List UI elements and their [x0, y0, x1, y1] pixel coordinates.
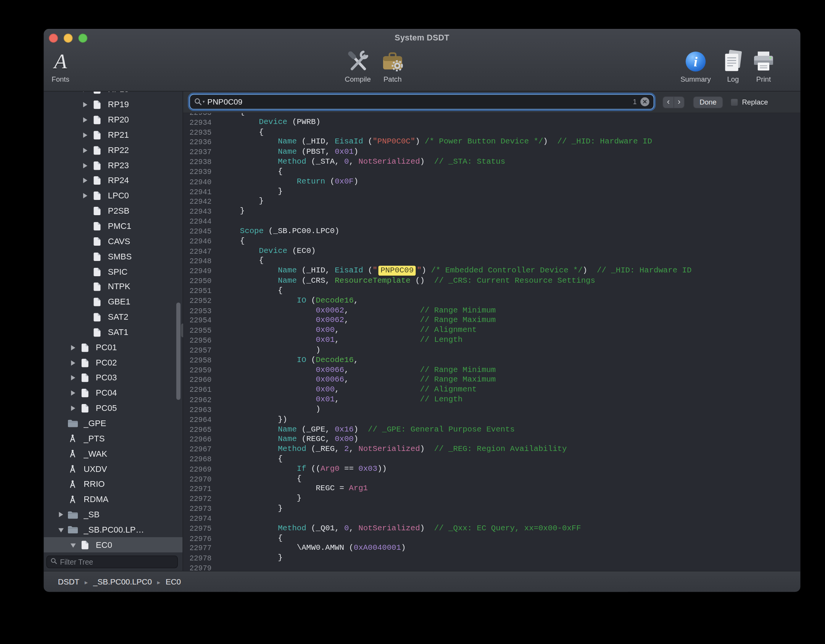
- filter-field[interactable]: [46, 555, 178, 568]
- window-title: System DSDT: [44, 33, 800, 43]
- disclosure-triangle-icon[interactable]: [68, 375, 78, 381]
- line-number: 22951: [183, 286, 211, 296]
- sidebar-item-rp21[interactable]: RP21: [44, 127, 182, 143]
- line-number: 22975: [183, 524, 211, 534]
- method-icon: [66, 449, 79, 458]
- code-text: {: [221, 128, 264, 138]
- breadcrumb-item[interactable]: _SB.PC00.LPC0: [93, 577, 152, 586]
- replace-checkbox[interactable]: [730, 98, 738, 106]
- document-icon: [90, 176, 104, 185]
- sidebar-item-gbe1[interactable]: GBE1: [44, 295, 182, 310]
- code-text: 0x0066, // Range Minimum: [221, 365, 496, 375]
- code-line: 22971 REGC = Arg1: [183, 484, 801, 494]
- disclosure-triangle-icon[interactable]: [81, 92, 90, 92]
- disclosure-triangle-icon[interactable]: [81, 148, 90, 153]
- line-number: 22950: [183, 276, 211, 286]
- code-line: 22957 ): [183, 346, 801, 356]
- find-next-button[interactable]: ›: [674, 97, 684, 108]
- disclosure-triangle-icon[interactable]: [56, 527, 66, 533]
- search-field[interactable]: ▾ 1 ✕: [189, 94, 654, 109]
- code-text: {: [221, 256, 264, 266]
- document-icon: [78, 404, 92, 413]
- magnifier-with-chevron-icon[interactable]: ▾: [194, 98, 205, 106]
- sidebar-item-sat2[interactable]: SAT2: [44, 310, 182, 325]
- sidebar-item-ntpk[interactable]: NTPK: [44, 279, 182, 295]
- code-line: 22969 If ((Arg0 == 0x03)): [183, 464, 801, 474]
- sidebar-item-pc02[interactable]: PC02: [44, 355, 182, 370]
- print-toolbar-button[interactable]: Print: [740, 48, 787, 83]
- sidebar-item-rp23[interactable]: RP23: [44, 158, 182, 173]
- code-text: IO (Decode16,: [221, 356, 358, 365]
- sidebar-item-label: LPC0: [108, 191, 129, 201]
- sidebar-item-pc04[interactable]: PC04: [44, 386, 182, 401]
- sidebar-item-rdma[interactable]: RDMA: [44, 492, 182, 507]
- sidebar-item-_sbpc00lp[interactable]: _SB.PC00.LP…: [44, 522, 182, 538]
- disclosure-triangle-icon[interactable]: [81, 178, 90, 184]
- document-icon: [90, 92, 104, 94]
- method-icon: [66, 495, 79, 504]
- document-icon: [78, 540, 92, 550]
- sidebar-item-spic[interactable]: SPIC: [44, 264, 182, 279]
- line-number: 22948: [183, 256, 211, 266]
- find-bar: ▾ 1 ✕ ‹ › Done Replace: [183, 92, 801, 113]
- document-icon: [90, 297, 104, 307]
- document-icon: [90, 206, 104, 216]
- sidebar-scrollbar[interactable]: [176, 303, 180, 400]
- sidebar-item-smbs[interactable]: SMBS: [44, 249, 182, 264]
- sidebar-item-_sb[interactable]: _SB: [44, 507, 182, 522]
- code-line: 22937 Name (PBST, 0x01): [183, 148, 801, 158]
- sidebar-item-rp22[interactable]: RP22: [44, 143, 182, 158]
- disclosure-triangle-icon[interactable]: [81, 118, 90, 123]
- document-icon: [90, 267, 104, 277]
- sidebar-item-rp20[interactable]: RP20: [44, 113, 182, 128]
- breadcrumb: DSDT▸_SB.PC00.LPC0▸EC0: [58, 577, 181, 586]
- patch-toolbar-button[interactable]: Patch: [369, 48, 416, 83]
- sidebar-item-ec0[interactable]: EC0: [44, 537, 182, 552]
- sidebar-item-pmc1[interactable]: PMC1: [44, 219, 182, 234]
- sidebar-item-pc01[interactable]: PC01: [44, 340, 182, 355]
- sidebar-item-p2sb[interactable]: P2SB: [44, 203, 182, 219]
- sidebar-item-rp18[interactable]: RP18: [44, 92, 182, 97]
- code-editor[interactable]: 22933 {22934 Device (PWRB)22935 {22936 N…: [183, 113, 801, 571]
- document-icon: [90, 100, 104, 109]
- line-number: 22974: [183, 514, 211, 524]
- disclosure-triangle-icon[interactable]: [81, 163, 90, 168]
- sidebar-item-_pts[interactable]: _PTS: [44, 431, 182, 446]
- disclosure-triangle-icon[interactable]: [81, 132, 90, 138]
- line-number: 22957: [183, 346, 211, 356]
- find-previous-button[interactable]: ‹: [663, 97, 674, 108]
- sidebar-item-_wak[interactable]: _WAK: [44, 446, 182, 462]
- code-line: 22973 }: [183, 504, 801, 514]
- breadcrumb-item[interactable]: DSDT: [58, 577, 79, 586]
- sidebar-item-cavs[interactable]: CAVS: [44, 234, 182, 249]
- disclosure-triangle-icon[interactable]: [81, 193, 90, 199]
- sidebar-item-lpc0[interactable]: LPC0: [44, 188, 182, 204]
- sidebar-item-rp24[interactable]: RP24: [44, 173, 182, 188]
- disclosure-triangle-icon[interactable]: [68, 406, 78, 411]
- disclosure-triangle-icon[interactable]: [68, 360, 78, 365]
- sidebar-item-_gpe[interactable]: _GPE: [44, 416, 182, 431]
- sidebar-item-sat1[interactable]: SAT1: [44, 325, 182, 340]
- disclosure-triangle-icon[interactable]: [56, 512, 66, 517]
- sidebar-item-uxdv[interactable]: UXDV: [44, 462, 182, 477]
- code-text: Return (0x0F): [221, 177, 358, 187]
- filter-tree-input[interactable]: [60, 558, 174, 566]
- code-text: }): [221, 415, 287, 425]
- sidebar-item-rp19[interactable]: RP19: [44, 97, 182, 113]
- sidebar-item-rrio[interactable]: RRIO: [44, 477, 182, 492]
- clear-search-icon[interactable]: ✕: [640, 97, 649, 106]
- sidebar-item-label: _SB: [84, 510, 100, 519]
- disclosure-triangle-icon[interactable]: [68, 391, 78, 396]
- sidebar-item-pc03[interactable]: PC03: [44, 370, 182, 386]
- document-icon: [90, 146, 104, 155]
- fonts-toolbar-button[interactable]: A Fonts: [44, 48, 84, 83]
- search-input[interactable]: [205, 97, 633, 106]
- svg-text:i: i: [694, 54, 698, 69]
- desktop-background: System DSDT A Fonts: [0, 0, 825, 644]
- breadcrumb-item[interactable]: EC0: [166, 577, 181, 586]
- disclosure-triangle-icon[interactable]: [68, 542, 78, 547]
- done-button[interactable]: Done: [693, 96, 723, 108]
- disclosure-triangle-icon[interactable]: [68, 345, 78, 350]
- disclosure-triangle-icon[interactable]: [81, 102, 90, 108]
- sidebar-item-pc05[interactable]: PC05: [44, 401, 182, 416]
